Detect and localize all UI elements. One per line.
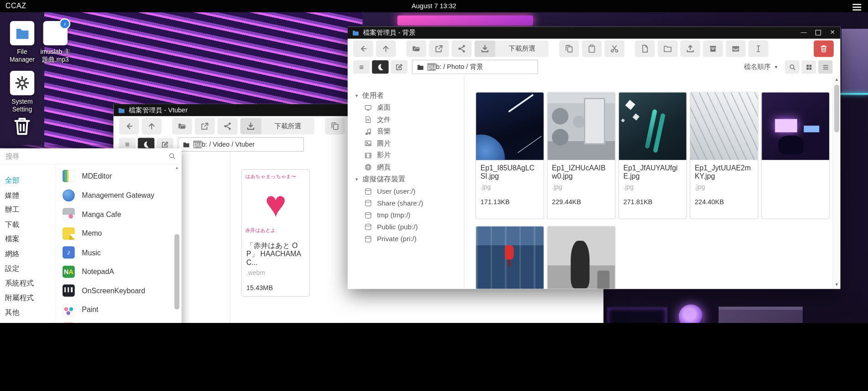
sidebar-section-1[interactable]: ▾虛擬儲存裝置 xyxy=(348,173,464,185)
file-ext: .jpg xyxy=(552,184,610,191)
sidebar-item-User (user:/)[interactable]: User (user:/) xyxy=(348,185,464,197)
inbox-button[interactable] xyxy=(726,40,746,57)
file-card-Ep1_IZHUcAAIBw0.jpg[interactable]: Ep1_IZHUcAAIBw0.jpg.jpg229.44KB xyxy=(547,92,615,219)
search-input[interactable]: 搜尋 xyxy=(5,151,168,161)
share-button[interactable] xyxy=(217,118,238,134)
file-card-Ep1_JytUUAE2mKY.jpg[interactable]: Ep1_JytUUAE2mKY.jpg.jpg224.40KB xyxy=(690,92,758,219)
window-folder-icon xyxy=(352,29,360,37)
app-item-management-gateway[interactable]: Management Gateway xyxy=(63,186,182,205)
copy-button[interactable] xyxy=(325,118,345,134)
archive-button[interactable] xyxy=(703,40,723,57)
category-item-網絡[interactable]: 網絡 xyxy=(0,247,55,261)
sidebar-item-label: 影片 xyxy=(377,151,391,160)
close-button[interactable]: ✕ xyxy=(829,29,836,37)
sidebar-item-網頁[interactable]: 網頁 xyxy=(348,161,464,173)
scroll-up-arrow[interactable]: ▴ xyxy=(173,164,180,171)
up-button[interactable] xyxy=(142,118,162,134)
file-card[interactable] xyxy=(761,92,830,219)
minimize-button[interactable]: — xyxy=(800,29,807,37)
path-input[interactable]: pub: / Photo / 背景 xyxy=(412,60,538,74)
sidebar-item-桌面[interactable]: 桌面 xyxy=(348,102,464,114)
grid-view-button[interactable] xyxy=(802,60,816,74)
sidebar-item-Public (pub:/)[interactable]: Public (pub:/) xyxy=(348,221,464,233)
desktop-icon-system-setting[interactable]: System Setting xyxy=(5,71,40,113)
open-folder-button[interactable] xyxy=(172,118,192,134)
sidebar-item-tmp (tmp:/)[interactable]: tmp (tmp:/) xyxy=(348,209,464,221)
sidebar-item-影片[interactable]: 影片 xyxy=(348,149,464,161)
app-item-notepada[interactable]: NANotepadA xyxy=(63,262,182,281)
file-card[interactable] xyxy=(547,226,615,289)
rename-button[interactable] xyxy=(748,40,768,57)
desktop-icon-imuslab-mp3[interactable]: ♪ imuslab 主題曲.mp3 xyxy=(37,21,73,63)
scrollbar-thumb[interactable] xyxy=(834,85,839,132)
new-file-button[interactable] xyxy=(635,40,655,57)
open-folder-button[interactable] xyxy=(406,40,426,57)
file-card-webm[interactable]: はあちゃまっちゃま〜 ♥ 赤井はあとよ 「赤井はあと OP」 HAACHAMA … xyxy=(241,169,310,297)
category-item-媒體[interactable]: 媒體 xyxy=(0,188,55,202)
file-name xyxy=(766,164,825,180)
file-card-Ep1_I85U8AgLCSI.jpg[interactable]: Ep1_I85U8AgLCSI.jpg.jpg171.13KB xyxy=(476,92,544,219)
edit-path-button[interactable] xyxy=(391,60,407,74)
file-card-body: Ep1_JytUUAE2mKY.jpg.jpg224.40KB xyxy=(690,160,758,206)
category-item-檔案[interactable]: 檔案 xyxy=(0,232,55,247)
scroll-up-arrow[interactable]: ▲ xyxy=(833,76,841,83)
download-selected-button[interactable]: 下載所選 xyxy=(240,118,314,134)
path-input[interactable]: pub: / Video / Vtuber xyxy=(178,137,304,152)
desktop-icon-trash[interactable] xyxy=(5,113,40,139)
sidebar-section-0[interactable]: ▾使用者 xyxy=(348,90,464,102)
sidebar-item-圖片[interactable]: 圖片 xyxy=(348,137,464,149)
window-file-manager-photo[interactable]: 檔案管理員 - 背景 —✕ 下載所選 ≡ pub: / Photo / 背景 檔… xyxy=(348,26,840,289)
back-button[interactable] xyxy=(119,118,139,134)
app-item-paint[interactable]: Paint xyxy=(63,300,182,319)
file-card[interactable] xyxy=(476,226,544,289)
sidebar-item-Private (pri:/)[interactable]: Private (pri:/) xyxy=(348,233,464,245)
share-button[interactable] xyxy=(452,40,472,57)
app-item-music[interactable]: ♪Music xyxy=(63,243,182,262)
app-item-memo[interactable]: Memo xyxy=(63,224,182,243)
copy-button[interactable] xyxy=(559,40,579,57)
category-item-附屬程式[interactable]: 附屬程式 xyxy=(0,291,55,305)
category-item-辦工[interactable]: 辦工 xyxy=(0,202,55,217)
new-folder-button[interactable] xyxy=(658,40,678,57)
sidebar-item-Share (share:/)[interactable]: Share (share:/) xyxy=(348,197,464,209)
category-item-系統程式[interactable]: 系統程式 xyxy=(0,276,55,291)
sidebar-item-音樂[interactable]: 音樂 xyxy=(348,126,464,137)
up-button[interactable] xyxy=(376,40,396,57)
hamburger-icon[interactable] xyxy=(852,2,861,10)
cut-button[interactable] xyxy=(604,40,625,57)
scrollbar-thumb[interactable] xyxy=(175,234,180,310)
file-card-Ep1_JfAUYAUfgiE.jpg[interactable]: Ep1_JfAUYAUfgiE.jpg.jpg271.81KB xyxy=(619,92,687,219)
desktop-icon-file-manager[interactable]: File Manager xyxy=(5,21,40,63)
window-titlebar[interactable]: 檔案管理員 - 背景 —✕ xyxy=(348,26,840,39)
app-item-mdeditor[interactable]: MDEditor xyxy=(63,167,182,186)
search-button[interactable] xyxy=(785,60,799,74)
app-list-scrollbar[interactable]: ▴ ▾ xyxy=(173,164,180,323)
category-item-全部[interactable]: 全部 xyxy=(0,173,55,188)
sort-order-dropdown[interactable]: 檔名順序 xyxy=(744,62,771,72)
external-link-button[interactable] xyxy=(195,118,215,134)
app-item-manga-cafe[interactable]: Manga Cafe xyxy=(63,205,182,224)
paint-app-icon xyxy=(63,304,75,316)
scroll-down-arrow[interactable]: ▼ xyxy=(833,281,841,289)
delete-button[interactable] xyxy=(814,40,834,57)
maximize-button[interactable] xyxy=(815,29,822,37)
theme-moon-button[interactable] xyxy=(372,60,388,74)
download-selected-button[interactable]: 下載所選 xyxy=(474,40,548,57)
path-rest-text: b: / Video / Vtuber xyxy=(202,141,255,148)
copy-icon xyxy=(330,122,339,131)
sidebar-toggle-button[interactable]: ≡ xyxy=(353,60,370,74)
category-item-設定[interactable]: 設定 xyxy=(0,261,55,276)
paste-button[interactable] xyxy=(582,40,602,57)
app-item-onscreenkeyboard[interactable]: OnScreenKeyboard xyxy=(63,281,182,301)
category-item-下載[interactable]: 下載 xyxy=(0,217,55,232)
start-menu-search[interactable]: 搜尋 xyxy=(0,148,181,164)
upload-button[interactable] xyxy=(680,40,700,57)
external-link-button[interactable] xyxy=(429,40,449,57)
app-item-photo[interactable]: Photo xyxy=(63,319,182,323)
category-item-其他[interactable]: 其他 xyxy=(0,305,55,320)
share-icon xyxy=(223,122,232,131)
back-button[interactable] xyxy=(353,40,373,57)
list-view-button[interactable] xyxy=(818,60,833,74)
file-grid-scrollbar[interactable]: ▲ ▼ xyxy=(832,76,840,288)
sidebar-item-文件[interactable]: 文件 xyxy=(348,114,464,126)
